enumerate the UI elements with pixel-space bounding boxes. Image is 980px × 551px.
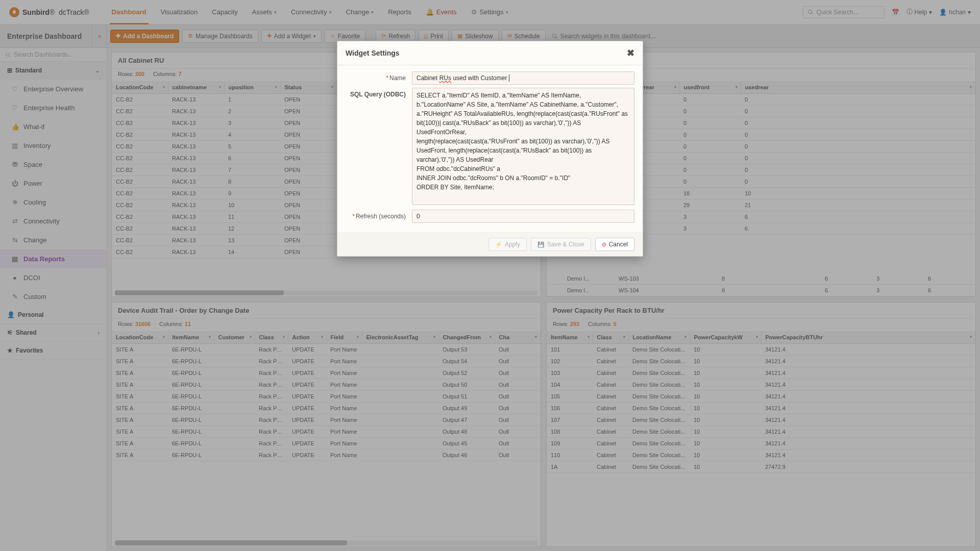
- refresh-input[interactable]: [412, 210, 634, 223]
- apply-button[interactable]: ⚡Apply: [488, 238, 527, 251]
- sql-label: SQL Query (ODBC): [346, 88, 412, 207]
- widget-settings-modal: Widget Settings ✖ *Name Cabinet RUs used…: [337, 41, 643, 257]
- name-label: *Name: [346, 71, 412, 85]
- sql-textarea[interactable]: [412, 88, 634, 205]
- save-icon: 💾: [537, 241, 545, 248]
- modal-footer: ⚡Apply 💾Save & Close ⊘Cancel: [337, 232, 643, 256]
- bolt-icon: ⚡: [495, 241, 502, 248]
- modal-header: Widget Settings ✖: [337, 41, 643, 65]
- cancel-button[interactable]: ⊘Cancel: [595, 238, 634, 251]
- save-close-button[interactable]: 💾Save & Close: [531, 238, 591, 251]
- cancel-icon: ⊘: [602, 241, 606, 248]
- name-input[interactable]: Cabinet RUs used with Customer: [412, 71, 634, 85]
- modal-title: Widget Settings: [346, 49, 400, 57]
- modal-close-button[interactable]: ✖: [627, 47, 634, 59]
- refresh-label: *Refresh (seconds): [346, 210, 412, 223]
